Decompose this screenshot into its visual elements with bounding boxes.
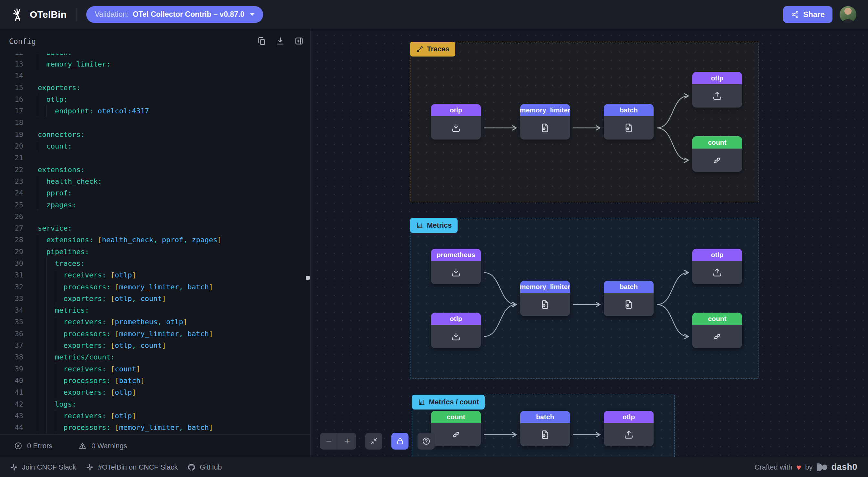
help-button[interactable] (417, 433, 435, 450)
code-line[interactable]: 12 batch: (0, 54, 310, 58)
pipeline-node-count[interactable]: count (692, 136, 742, 172)
download-config-button[interactable] (275, 36, 286, 47)
code-line[interactable]: 32 processors: [memory_limiter, batch] (0, 281, 310, 293)
code-line-text: exporters: [otlp] (38, 387, 136, 398)
line-number: 34 (0, 306, 23, 314)
group-label[interactable]: Metrics (410, 218, 458, 233)
code-line[interactable]: 35 receivers: [prometheus, otlp] (0, 316, 310, 328)
zoom-in-button[interactable]: + (338, 433, 356, 450)
pipeline-node-memory_limiter[interactable]: memory_limiter (520, 281, 570, 316)
code-line[interactable]: 41 exporters: [otlp] (0, 387, 310, 398)
code-line[interactable]: 14 (0, 70, 310, 82)
pipeline-node-batch[interactable]: batch (604, 104, 654, 140)
footer-link-otelbin-slack[interactable]: #OTelBin on CNCF Slack (86, 463, 178, 472)
code-line[interactable]: 44 processors: [memory_limiter, batch] (0, 422, 310, 434)
zoom-out-button[interactable]: − (320, 433, 338, 450)
node-body (520, 116, 570, 140)
code-line[interactable]: 34 metrics: (0, 304, 310, 316)
code-line[interactable]: 30 traces: (0, 258, 310, 269)
line-number: 17 (0, 107, 23, 115)
indent-guide (55, 363, 55, 375)
code-line[interactable]: 24 pprof: (0, 187, 310, 199)
code-line[interactable]: 39 receivers: [count] (0, 363, 310, 375)
group-label[interactable]: Metrics / count (412, 395, 485, 410)
node-body (604, 293, 654, 316)
pipeline-canvas[interactable]: TracesMetricsMetrics / count otlpmemory_… (311, 29, 868, 457)
code-line[interactable]: 20 count: (0, 140, 310, 152)
code-line-text: exporters: (38, 82, 81, 93)
code-line[interactable]: 38 metrics/count: (0, 351, 310, 363)
code-line[interactable]: 42 logs: (0, 398, 310, 410)
indent-guide (55, 422, 55, 434)
code-line[interactable]: 23 health_check: (0, 175, 310, 187)
code-line[interactable]: 40 processors: [batch] (0, 375, 310, 386)
pipeline-node-otlp[interactable]: otlp (692, 249, 742, 284)
share-icon (791, 10, 799, 19)
copy-icon (257, 36, 267, 46)
pipeline-node-count[interactable]: count (692, 312, 742, 348)
indent-guide (55, 410, 55, 421)
line-number: 38 (0, 353, 23, 361)
line-number: 19 (0, 130, 23, 139)
lock-button[interactable] (392, 433, 408, 450)
pipeline-node-otlp[interactable]: otlp (431, 312, 481, 348)
code-line[interactable]: 13 memory_limiter: (0, 58, 310, 70)
code-line[interactable]: 43 receivers: [otlp] (0, 410, 310, 421)
pipeline-node-prometheus[interactable]: prometheus (431, 249, 481, 284)
group-label[interactable]: Traces (410, 42, 455, 57)
avatar[interactable] (840, 6, 857, 23)
code-line[interactable]: 26 (0, 211, 310, 222)
node-body (692, 261, 742, 284)
code-line[interactable]: 18 (0, 117, 310, 128)
group-label-text: Metrics (427, 221, 452, 230)
receiver-icon (450, 267, 462, 278)
code-line[interactable]: 21 (0, 152, 310, 164)
otelbin-app: OTelBin Validation: OTel Collector Contr… (0, 0, 868, 477)
pipeline-node-otlp[interactable]: otlp (604, 411, 654, 446)
code-line[interactable]: 22extensions: (0, 164, 310, 175)
line-number: 31 (0, 271, 23, 279)
validation-selector[interactable]: Validation: OTel Collector Contrib – v0.… (86, 6, 263, 23)
line-number: 26 (0, 212, 23, 220)
indent-guide (38, 175, 38, 187)
indent-guide (46, 258, 46, 269)
footer-link-github[interactable]: GitHub (187, 463, 221, 472)
footer-link-join-cncf-slack[interactable]: Join CNCF Slack (10, 463, 76, 472)
code-line[interactable]: 37 exporters: [otlp, count] (0, 339, 310, 351)
lock-icon (396, 437, 405, 446)
fit-view-button[interactable] (365, 433, 382, 450)
code-line[interactable]: 16 otlp: (0, 93, 310, 105)
code-line[interactable]: 29 pipelines: (0, 246, 310, 258)
code-line[interactable]: 17 endpoint: otelcol:4317 (0, 105, 310, 117)
code-line[interactable]: 27service: (0, 222, 310, 234)
editor-scrollbar[interactable] (306, 276, 310, 280)
indent-guide (46, 351, 46, 363)
indent-guide (38, 410, 38, 421)
code-line[interactable]: 33 exporters: [otlp, count] (0, 293, 310, 304)
code-line[interactable]: 31 receivers: [otlp] (0, 269, 310, 281)
code-line-text: receivers: [otlp] (38, 269, 136, 281)
code-line[interactable]: 36 processors: [memory_limiter, batch] (0, 328, 310, 339)
line-number: 25 (0, 201, 23, 209)
share-button[interactable]: Share (783, 6, 833, 23)
dash0-brand: dash0 (831, 462, 857, 472)
node-label: otlp (431, 104, 481, 116)
code-line[interactable]: 15exporters: (0, 82, 310, 93)
code-line[interactable]: 28 extensions: [health_check, pprof, zpa… (0, 234, 310, 246)
crafted-by: Crafted with ♥ by dash0 (754, 462, 857, 472)
line-number: 40 (0, 377, 23, 385)
pipeline-node-batch[interactable]: batch (604, 281, 654, 316)
pipeline-node-otlp[interactable]: otlp (692, 72, 742, 108)
code-line[interactable]: 25 zpages: (0, 199, 310, 211)
connector-icon (450, 429, 462, 441)
pipeline-node-batch[interactable]: batch (520, 411, 570, 446)
code-line[interactable]: 19connectors: (0, 128, 310, 140)
copy-config-button[interactable] (256, 36, 267, 47)
node-label: count (431, 411, 481, 423)
indent-guide (55, 316, 55, 328)
pipeline-node-memory_limiter[interactable]: memory_limiter (520, 104, 570, 140)
code-area[interactable]: 12 batch:13 memory_limiter:1415exporters… (0, 54, 310, 435)
pipeline-node-count[interactable]: count (431, 411, 481, 446)
collapse-panel-button[interactable] (293, 36, 305, 47)
pipeline-node-otlp[interactable]: otlp (431, 104, 481, 140)
